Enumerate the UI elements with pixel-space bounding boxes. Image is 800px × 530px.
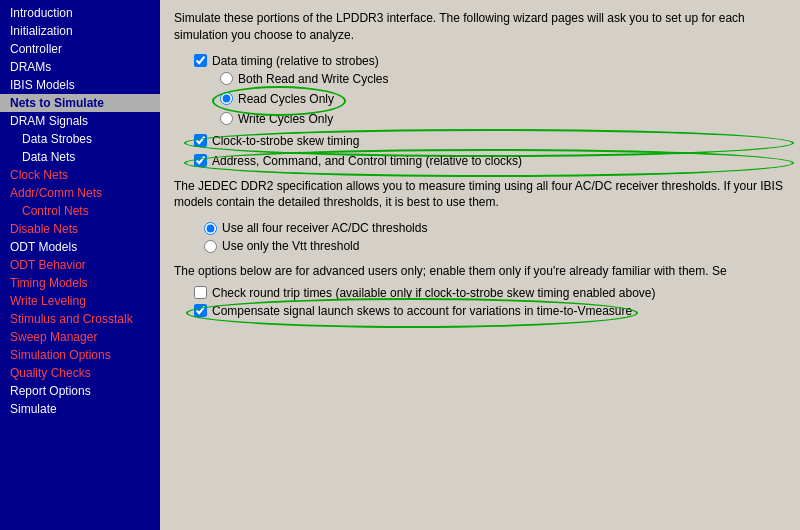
jedec-text: The JEDEC DDR2 specification allows you … [174, 178, 786, 212]
write-only-option: Write Cycles Only [220, 112, 786, 126]
write-only-label[interactable]: Write Cycles Only [238, 112, 333, 126]
cycle-options: Both Read and Write Cycles Read Cycles O… [220, 72, 786, 126]
compensate-label[interactable]: Compensate signal launch skews to accoun… [212, 304, 632, 318]
sidebar-item-data-nets[interactable]: Data Nets [0, 148, 160, 166]
advanced-text: The options below are for advanced users… [174, 263, 786, 280]
sidebar-item-write-leveling[interactable]: Write Leveling [0, 292, 160, 310]
sidebar-item-dram-signals[interactable]: DRAM Signals [0, 112, 160, 130]
both-rw-radio[interactable] [220, 72, 233, 85]
sidebar-item-report-options[interactable]: Report Options [0, 382, 160, 400]
compensate-checkbox[interactable] [194, 304, 207, 317]
sidebar-item-simulate[interactable]: Simulate [0, 400, 160, 418]
vtt-thresh-radio[interactable] [204, 240, 217, 253]
round-trip-checkbox[interactable] [194, 286, 207, 299]
sidebar-item-drams[interactable]: DRAMs [0, 58, 160, 76]
sidebar-item-introduction[interactable]: Introduction [0, 4, 160, 22]
sidebar-item-timing-models[interactable]: Timing Models [0, 274, 160, 292]
clock-strobe-option: Clock-to-strobe skew timing [194, 134, 786, 148]
read-only-radio[interactable] [220, 92, 233, 105]
sidebar-item-disable-nets[interactable]: Disable Nets [0, 220, 160, 238]
addr-cmd-label[interactable]: Address, Command, and Control timing (re… [212, 154, 522, 168]
data-timing-option: Data timing (relative to strobes) [194, 54, 786, 68]
both-rw-label[interactable]: Both Read and Write Cycles [238, 72, 389, 86]
compensate-circled: Compensate signal launch skews to accoun… [194, 304, 632, 318]
vtt-thresh-option: Use only the Vtt threshold [204, 239, 786, 253]
sidebar: IntroductionInitializationControllerDRAM… [0, 0, 160, 530]
four-thresh-option: Use all four receiver AC/DC thresholds [204, 221, 786, 235]
write-only-radio[interactable] [220, 112, 233, 125]
data-timing-checkbox[interactable] [194, 54, 207, 67]
sidebar-item-clock-nets[interactable]: Clock Nets [0, 166, 160, 184]
addr-cmd-option: Address, Command, and Control timing (re… [194, 154, 786, 168]
sidebar-item-stimulus-crosstalk[interactable]: Stimulus and Crosstalk [0, 310, 160, 328]
threshold-group: Use all four receiver AC/DC thresholds U… [204, 221, 786, 253]
read-only-option: Read Cycles Only [220, 92, 334, 106]
sidebar-item-data-strobes[interactable]: Data Strobes [0, 130, 160, 148]
sidebar-item-odt-models[interactable]: ODT Models [0, 238, 160, 256]
sidebar-item-nets-to-simulate[interactable]: Nets to Simulate [0, 94, 160, 112]
sidebar-item-control-nets[interactable]: Control Nets [0, 202, 160, 220]
read-only-label[interactable]: Read Cycles Only [238, 92, 334, 106]
sidebar-item-initialization[interactable]: Initialization [0, 22, 160, 40]
both-rw-option: Both Read and Write Cycles [220, 72, 786, 86]
compensate-option: Compensate signal launch skews to accoun… [194, 304, 786, 318]
main-content: Simulate these portions of the LPDDR3 in… [160, 0, 800, 530]
jedec-section: The JEDEC DDR2 specification allows you … [174, 178, 786, 254]
four-thresh-label[interactable]: Use all four receiver AC/DC thresholds [222, 221, 427, 235]
sidebar-item-simulation-options[interactable]: Simulation Options [0, 346, 160, 364]
round-trip-option: Check round trip times (available only i… [194, 286, 786, 300]
data-timing-group: Data timing (relative to strobes) Both R… [194, 54, 786, 168]
addr-cmd-checkbox[interactable] [194, 154, 207, 167]
intro-text: Simulate these portions of the LPDDR3 in… [174, 10, 786, 44]
sidebar-item-controller[interactable]: Controller [0, 40, 160, 58]
sidebar-item-sweep-manager[interactable]: Sweep Manager [0, 328, 160, 346]
sidebar-item-ibis-models[interactable]: IBIS Models [0, 76, 160, 94]
clock-strobe-label[interactable]: Clock-to-strobe skew timing [212, 134, 359, 148]
round-trip-label[interactable]: Check round trip times (available only i… [212, 286, 656, 300]
vtt-thresh-label[interactable]: Use only the Vtt threshold [222, 239, 359, 253]
advanced-options-group: Check round trip times (available only i… [194, 286, 786, 318]
sidebar-item-addr-comm-nets[interactable]: Addr/Comm Nets [0, 184, 160, 202]
clock-strobe-checkbox[interactable] [194, 134, 207, 147]
sidebar-item-quality-checks[interactable]: Quality Checks [0, 364, 160, 382]
data-timing-label[interactable]: Data timing (relative to strobes) [212, 54, 379, 68]
four-thresh-radio[interactable] [204, 222, 217, 235]
sidebar-item-odt-behavior[interactable]: ODT Behavior [0, 256, 160, 274]
